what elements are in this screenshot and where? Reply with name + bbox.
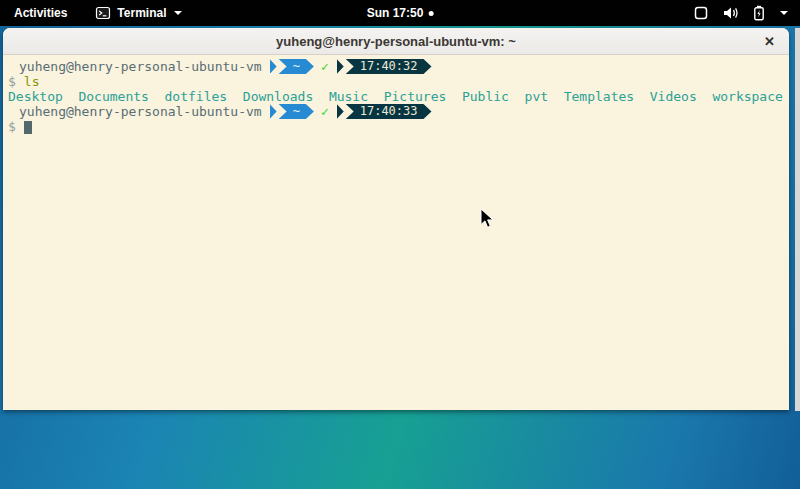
powerline-arrow-icon bbox=[270, 59, 277, 74]
prompt-dir: ~ bbox=[279, 104, 314, 119]
prompt-time-segment: 17:40:33 bbox=[337, 104, 432, 119]
ls-output-line: Desktop Documents dotfiles Downloads Mus… bbox=[8, 89, 785, 104]
prompt-time: 17:40:33 bbox=[346, 104, 432, 119]
prompt-line: yuheng@henry-personal-ubuntu-vm ~ ✓ 17:4… bbox=[8, 59, 785, 74]
prompt-host: yuheng@henry-personal-ubuntu-vm bbox=[8, 59, 262, 74]
app-menu-terminal[interactable]: Terminal bbox=[95, 5, 182, 21]
prompt-symbol: $ bbox=[8, 74, 16, 89]
desktop: { "topbar": { "activities_label": "Activ… bbox=[0, 0, 800, 489]
terminal-window: yuheng@henry-personal-ubuntu-vm: ~ ✕ yuh… bbox=[3, 28, 789, 410]
window-titlebar[interactable]: yuheng@henry-personal-ubuntu-vm: ~ ✕ bbox=[3, 28, 789, 55]
activities-button[interactable]: Activities bbox=[0, 0, 81, 26]
text-cursor bbox=[24, 121, 32, 134]
battery-charging-icon bbox=[753, 5, 765, 21]
app-menu-label: Terminal bbox=[117, 6, 166, 20]
terminal-content[interactable]: yuheng@henry-personal-ubuntu-vm ~ ✓ 17:4… bbox=[3, 55, 789, 134]
clock-label: Sun 17:50 bbox=[367, 6, 424, 20]
status-check-icon: ✓ bbox=[321, 59, 329, 74]
chevron-down-icon bbox=[174, 11, 182, 15]
input-line: $ bbox=[8, 119, 785, 134]
window-title: yuheng@henry-personal-ubuntu-vm: ~ bbox=[276, 34, 516, 49]
command-line: $ls bbox=[8, 74, 785, 89]
powerline-arrow-icon bbox=[337, 104, 344, 119]
terminal-app-icon bbox=[95, 5, 111, 21]
volume-icon bbox=[722, 5, 740, 21]
top-bar: Activities Terminal Sun 17:50 bbox=[0, 0, 800, 26]
prompt-time-segment: 17:40:32 bbox=[337, 59, 432, 74]
prompt-line: yuheng@henry-personal-ubuntu-vm ~ ✓ 17:4… bbox=[8, 104, 785, 119]
prompt-dir: ~ bbox=[279, 59, 314, 74]
prompt-symbol: $ bbox=[8, 119, 16, 134]
right-edge-sliver bbox=[795, 28, 800, 411]
command-text: ls bbox=[24, 74, 40, 89]
powerline-arrow-icon bbox=[337, 59, 344, 74]
prompt-host: yuheng@henry-personal-ubuntu-vm bbox=[8, 104, 262, 119]
chevron-down-icon bbox=[780, 11, 788, 15]
screen-icon bbox=[693, 5, 709, 21]
close-icon[interactable]: ✕ bbox=[764, 35, 775, 48]
powerline-arrow-icon bbox=[270, 104, 277, 119]
prompt-dir-segment: ~ bbox=[270, 104, 314, 119]
mouse-cursor bbox=[480, 208, 495, 234]
system-status-menu[interactable] bbox=[693, 0, 800, 26]
status-check-icon: ✓ bbox=[321, 104, 329, 119]
prompt-dir-segment: ~ bbox=[270, 59, 314, 74]
notification-dot-icon bbox=[428, 11, 433, 16]
clock-menu[interactable]: Sun 17:50 bbox=[367, 0, 434, 26]
prompt-time: 17:40:32 bbox=[346, 59, 432, 74]
